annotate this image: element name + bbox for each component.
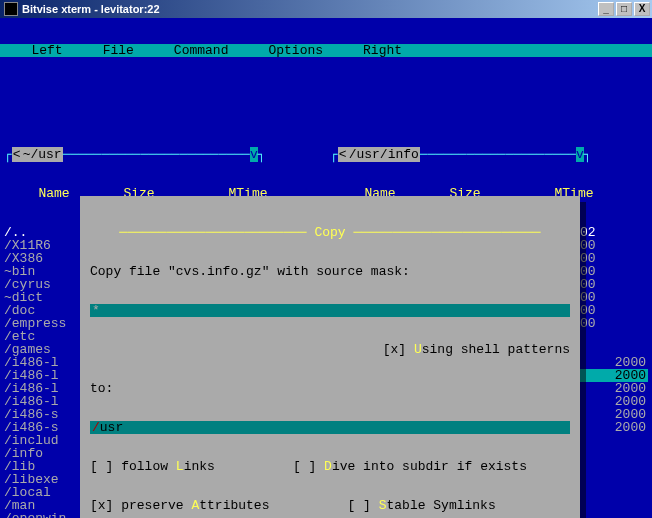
app-icon	[4, 2, 18, 16]
right-path: /usr/info	[348, 147, 420, 162]
minimize-button[interactable]: _	[598, 2, 614, 16]
to-label: to:	[90, 382, 570, 395]
window-title: Bitvise xterm - levitator:22	[22, 3, 596, 15]
copy-dialog: ──────────────────────── Copy ──────────…	[80, 196, 580, 518]
menu-left[interactable]: Left	[31, 43, 62, 58]
close-button[interactable]: X	[634, 2, 650, 16]
dest-input[interactable]: /usr	[90, 421, 570, 434]
app-window: Bitvise xterm - levitator:22 _ □ X LeftF…	[0, 0, 652, 518]
terminal-area: LeftFileCommandOptionsRight ┌<~/usr─────…	[0, 18, 652, 518]
menu-options[interactable]: Options	[268, 43, 323, 58]
follow-links-checkbox[interactable]: [ ] follow Links	[90, 459, 215, 474]
preserve-attr-checkbox[interactable]: [x] preserve Attributes	[90, 498, 269, 513]
dialog-prompt: Copy file "cvs.info.gz" with source mask…	[90, 265, 570, 278]
source-mask-input[interactable]: *	[90, 304, 570, 317]
menu-bar: LeftFileCommandOptionsRight	[0, 44, 652, 57]
menu-right[interactable]: Right	[363, 43, 402, 58]
menu-file[interactable]: File	[103, 43, 134, 58]
left-path: ~/usr	[22, 147, 63, 162]
maximize-button[interactable]: □	[616, 2, 632, 16]
menu-command[interactable]: Command	[174, 43, 229, 58]
shell-patterns-checkbox[interactable]: [x] Using shell patterns	[383, 342, 570, 357]
dive-checkbox[interactable]: [ ] Dive into subdir if exists	[293, 459, 527, 474]
dialog-title: ──────────────────────── Copy ──────────…	[90, 226, 570, 239]
titlebar[interactable]: Bitvise xterm - levitator:22 _ □ X	[0, 0, 652, 18]
stable-symlinks-checkbox[interactable]: [ ] Stable Symlinks	[347, 498, 495, 513]
